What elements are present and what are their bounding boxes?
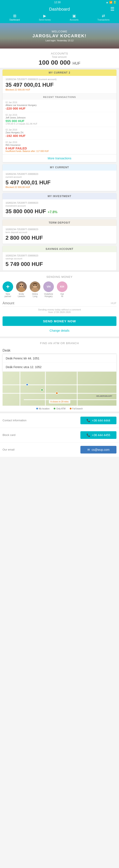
transaction-note: Insufficient funds. Balance after: 117 0… [5,150,114,152]
contact-debra[interactable]: DebraLong [30,281,40,298]
more-transactions-link[interactable]: More transactions [3,154,116,162]
transaction-amount: 555 000 HUF [5,119,114,123]
map-legend: My location Only ATM Full branch [3,406,116,411]
legend-label-location: My location [39,407,50,410]
account-type-investment: investment account [5,205,114,207]
contact-info-row-2[interactable]: Our email ✉ cs@wup.com [0,442,119,457]
account-type-savings: savings account [5,257,114,260]
transaction-name: ING Insurance [5,144,114,146]
accounts-total-amount: 100 00 000 [39,59,70,66]
suggestion-item-1[interactable]: Deák Ferenc utca 12. 1052 [3,363,116,371]
hero-last-login: Last login: Yesterday 15:12 [32,39,87,42]
transaction-amount: -192 400 HUF [5,134,114,137]
contact-kat[interactable]: KH KatHi [57,281,67,298]
account-card-current2: MY CURRENT 2 10265234-72533977-33000023 … [3,69,116,162]
tab-transactions[interactable]: ⇄ Transactions [97,13,110,21]
tab-send-money[interactable]: ▶ Send money [39,13,51,21]
contact-info-btn-text-1: +36 444 4455 [92,433,110,437]
account-header-investment[interactable]: MY INVESTMENT [3,193,116,199]
suggestion-name-1: Deák Ferenc utca 12. 1052 [6,365,113,369]
contact-avatar-vodafone: VH [43,281,54,292]
suggestion-name-0: Deák Ferenc tér 44. 1051 [6,356,113,360]
legend-dot-branch [70,408,71,409]
account-balance-term: 2 800 000 HUF [5,235,114,241]
transaction-date: 02 Jan 2016 [5,129,114,131]
legend-label-branch: Full branch [72,407,83,410]
map-pin-location [26,383,28,386]
transaction-name: Allianz car Insurance Hungary [5,104,114,106]
account-card-investment: MY INVESTMENT 10265234-72533977-33000023… [3,193,116,217]
transaction-amount: -220 000 HUF [5,106,114,110]
account-balance-current: 5 497 000,01 HUF [5,180,114,186]
contact-label-kat: KatHi [60,293,64,298]
tab-send-money-label: Send money [39,19,51,21]
transaction-item[interactable]: 02 Jan 2016 Jeff Jones Johnson 555 000 H… [3,112,116,127]
account-card-savings: SAVINGS ACCOUNT 10265234-72533977-330000… [3,246,116,270]
tab-accounts-label: Accounts [70,19,79,21]
accounts-title: ACCOUNTS [3,52,116,55]
accounts-total-currency: HUF [72,61,80,66]
transaction-item[interactable]: 02 Jan 2016 Allianz car Insurance Hungar… [3,100,116,112]
contact-label-vodafone: VodafoneHungary [44,293,53,298]
contact-info-phone-1[interactable]: 📞 +36 444 4455 [80,431,116,439]
contact-info-label-2: Our email [3,448,80,451]
atm-map[interactable]: HELMERSBUURТ It closes in 29 mins [3,372,116,406]
hero-welcome: WELCOME [32,30,87,33]
status-bar: 12:30 ▲ 📶 🔋 [0,0,119,5]
account-header-current[interactable]: MY CURRENT [3,164,116,170]
signal-icon: ▲ [106,1,109,4]
send-money-icon: ▶ [43,13,46,18]
transaction-date: 02 Jan 2016 [5,114,114,116]
atm-section: FIND AN ATM OR BRANCH Deák Ferenc tér 44… [0,338,119,411]
sending-money-title: SENDING MONEY [3,275,116,278]
account-type-current: current account [5,176,114,178]
transactions-icon: ⇄ [102,13,105,18]
legend-dot-location [36,408,38,409]
account-header-term[interactable]: TERM DEPOSIT [3,220,116,226]
contact-label-debra: DebraLong [32,293,38,298]
account-card-current: MY CURRENT 10265234-72533977-33000023 cu… [3,164,116,191]
suggestion-item-0[interactable]: Deák Ferenc tér 44. 1051 [3,354,116,363]
legend-branch: Full branch [70,407,83,410]
account-blocked-current2: Blocked 22 000,00 HUF [5,88,114,91]
battery-icon: 🔋 [113,1,116,4]
contact-info-row-0[interactable]: Contact information 📞 +36 444 4444 [0,413,119,428]
account-header-savings[interactable]: SAVINGS ACCOUNT [3,246,116,252]
svg-point-4 [20,285,21,286]
change-details-link[interactable]: Change details [3,328,116,333]
amount-input[interactable] [3,301,111,305]
tab-dashboard[interactable]: ⊞ Dashboard [9,13,20,21]
menu-icon[interactable]: ☰ [109,6,116,12]
tab-accounts[interactable]: ▣ Accounts [70,13,79,21]
account-number-current: 10265234-72533977-33000023 [5,173,114,175]
map-pin-atm [41,389,43,391]
contact-avatar-add: + [3,281,13,292]
transaction-amount: 0 HUF FAILED [5,147,114,150]
contact-info-email[interactable]: ✉ cs@wup.com [80,446,116,454]
atm-search-input[interactable] [3,349,116,352]
amount-currency: HUF [111,302,116,305]
legend-atm: Only ATM [54,407,65,410]
atm-suggestions: Deák Ferenc tér 44. 1051 Deák Ferenc utc… [3,354,116,372]
contact-new-partner[interactable]: + Newpartner [3,281,13,298]
send-money-button[interactable]: SEND MONEY NOW [3,316,116,326]
transaction-sub: 1784,56 € 1.4 equals 311.96 HUF [5,123,114,125]
transaction-name: Zara Hungary Zrt. [5,131,114,134]
transaction-item[interactable]: 02 Jan 2016 Zara Hungary Zrt. -192 400 H… [3,127,116,140]
contact-avatar-kat: KH [57,281,67,292]
map-close-note: It closes in 29 mins [49,400,70,403]
phone-icon-1: 📞 [87,433,90,437]
account-header-current2[interactable]: MY CURRENT 2 [3,69,116,76]
phone-icon-0: 📞 [87,419,90,422]
contact-label-emily: EmilyLawson [18,293,25,298]
transaction-item[interactable]: 02 Jan 2016 ING Insurance 0 HUF FAILED I… [3,140,116,154]
contact-vodafone[interactable]: VH VodafoneHungary [43,281,54,298]
svg-point-5 [22,285,23,286]
svg-point-10 [33,285,35,286]
transaction-date: 02 Jan 2016 [5,101,114,104]
contact-emily[interactable]: EmilyLawson [16,281,27,298]
contact-avatar-debra [30,281,40,292]
account-balance-investment: 35 800 000 HUF [5,208,46,214]
contact-info-phone-0[interactable]: 📞 +36 444 4444 [80,416,116,424]
contact-info-row-1[interactable]: Block card 📞 +36 444 4455 [0,428,119,442]
